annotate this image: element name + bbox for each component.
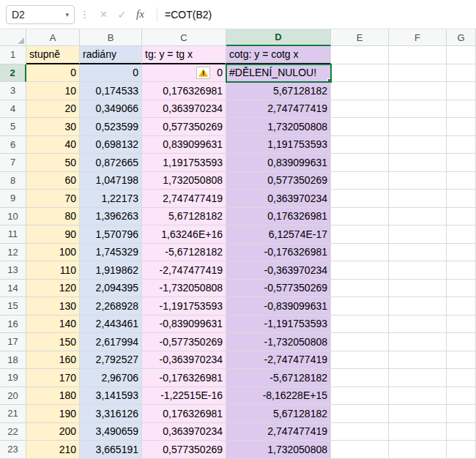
cancel-icon[interactable]: × bbox=[94, 7, 113, 22]
cell-C16[interactable]: -0,839099631 bbox=[142, 316, 226, 334]
cell-F1[interactable] bbox=[389, 46, 447, 64]
cell-C3[interactable]: 0,176326981 bbox=[142, 82, 226, 100]
cell-B7[interactable]: 0,872665 bbox=[80, 154, 142, 172]
row-header-22[interactable]: 22 bbox=[0, 423, 26, 441]
column-header-E[interactable]: E bbox=[331, 29, 389, 46]
cell-B2[interactable]: 0 bbox=[80, 64, 142, 83]
cell-E18[interactable] bbox=[331, 351, 389, 370]
row-header-19[interactable]: 19 bbox=[0, 369, 26, 387]
select-all-corner[interactable] bbox=[0, 29, 26, 46]
cell-D16[interactable]: -1,191753593 bbox=[226, 316, 331, 334]
row-header-8[interactable]: 8 bbox=[0, 172, 26, 190]
cell-A17[interactable]: 150 bbox=[26, 333, 80, 351]
cell-A14[interactable]: 120 bbox=[26, 280, 80, 298]
row-header-23[interactable]: 23 bbox=[0, 441, 26, 459]
cell-E3[interactable] bbox=[331, 82, 389, 100]
cell-F11[interactable] bbox=[389, 225, 447, 244]
cell-E17[interactable] bbox=[331, 333, 389, 351]
cell-F10[interactable] bbox=[389, 208, 447, 226]
cell-E20[interactable] bbox=[331, 387, 389, 406]
cell-E13[interactable] bbox=[331, 261, 389, 280]
cell-A2[interactable]: 0 bbox=[26, 64, 80, 83]
cell-A11[interactable]: 90 bbox=[26, 225, 80, 244]
cell-E1[interactable] bbox=[331, 46, 389, 64]
cell-A4[interactable]: 20 bbox=[26, 100, 80, 119]
cell-E9[interactable] bbox=[331, 190, 389, 208]
row-header-5[interactable]: 5 bbox=[0, 118, 26, 136]
cell-F15[interactable] bbox=[389, 297, 447, 316]
cell-E15[interactable] bbox=[331, 297, 389, 316]
cell-E2[interactable] bbox=[331, 64, 389, 83]
cell-A13[interactable]: 110 bbox=[26, 261, 80, 280]
row-header-12[interactable]: 12 bbox=[0, 244, 26, 262]
cell-C22[interactable]: 0,363970234 bbox=[142, 423, 226, 441]
cell-D17[interactable]: -1,732050808 bbox=[226, 333, 331, 351]
cell-F23[interactable] bbox=[389, 441, 447, 459]
cell-B21[interactable]: 3,316126 bbox=[80, 405, 142, 423]
cell-D10[interactable]: 0,176326981 bbox=[226, 208, 331, 226]
cell-C14[interactable]: -1,732050808 bbox=[142, 280, 226, 298]
cell-C19[interactable]: -0,176326981 bbox=[142, 369, 226, 387]
cell-C12[interactable]: -5,67128182 bbox=[142, 244, 226, 262]
cell-G21[interactable] bbox=[447, 405, 476, 423]
cell-D5[interactable]: 1,732050808 bbox=[226, 118, 331, 136]
error-warning-icon[interactable]: ! bbox=[196, 67, 210, 79]
cell-A9[interactable]: 70 bbox=[26, 190, 80, 208]
insert-function-icon[interactable]: fx bbox=[131, 8, 149, 20]
cell-C7[interactable]: 1,191753593 bbox=[142, 154, 226, 172]
cell-G18[interactable] bbox=[447, 351, 476, 370]
cell-F19[interactable] bbox=[389, 369, 447, 387]
cell-D19[interactable]: -5,67128182 bbox=[226, 369, 331, 387]
cell-G20[interactable] bbox=[447, 387, 476, 406]
cell-C5[interactable]: 0,577350269 bbox=[142, 118, 226, 136]
cell-G15[interactable] bbox=[447, 297, 476, 316]
cell-G1[interactable] bbox=[447, 46, 476, 64]
cell-F3[interactable] bbox=[389, 82, 447, 100]
cell-D1[interactable]: cotg: y = cotg x bbox=[226, 46, 331, 64]
cell-E22[interactable] bbox=[331, 423, 389, 441]
formula-bar-splitter-icon[interactable]: ⋮ bbox=[80, 9, 89, 20]
cell-D4[interactable]: 2,747477419 bbox=[226, 100, 331, 119]
formula-input[interactable]: =COT(B2) bbox=[165, 9, 212, 20]
cell-B18[interactable]: 2,792527 bbox=[80, 351, 142, 370]
cell-E16[interactable] bbox=[331, 316, 389, 334]
cell-F16[interactable] bbox=[389, 316, 447, 334]
row-header-6[interactable]: 6 bbox=[0, 136, 26, 154]
cell-B19[interactable]: 2,96706 bbox=[80, 369, 142, 387]
cell-G13[interactable] bbox=[447, 261, 476, 280]
row-header-11[interactable]: 11 bbox=[0, 225, 26, 244]
cell-F9[interactable] bbox=[389, 190, 447, 208]
row-header-15[interactable]: 15 bbox=[0, 297, 26, 316]
cell-A16[interactable]: 140 bbox=[26, 316, 80, 334]
column-header-D[interactable]: D bbox=[226, 29, 331, 46]
cell-A1[interactable]: stupně bbox=[26, 46, 80, 64]
cell-F7[interactable] bbox=[389, 154, 447, 172]
cell-F17[interactable] bbox=[389, 333, 447, 351]
cell-B17[interactable]: 2,617994 bbox=[80, 333, 142, 351]
cell-G4[interactable] bbox=[447, 100, 476, 119]
cell-C13[interactable]: -2,747477419 bbox=[142, 261, 226, 280]
column-header-F[interactable]: F bbox=[389, 29, 447, 46]
cell-B11[interactable]: 1,570796 bbox=[80, 225, 142, 244]
cell-C4[interactable]: 0,363970234 bbox=[142, 100, 226, 119]
cell-B16[interactable]: 2,443461 bbox=[80, 316, 142, 334]
cell-C6[interactable]: 0,839099631 bbox=[142, 136, 226, 154]
cell-G8[interactable] bbox=[447, 172, 476, 190]
row-header-16[interactable]: 16 bbox=[0, 316, 26, 334]
cell-F14[interactable] bbox=[389, 280, 447, 298]
cell-F6[interactable] bbox=[389, 136, 447, 154]
cell-G19[interactable] bbox=[447, 369, 476, 387]
cell-B20[interactable]: 3,141593 bbox=[80, 387, 142, 406]
row-header-20[interactable]: 20 bbox=[0, 387, 26, 406]
cell-C18[interactable]: -0,363970234 bbox=[142, 351, 226, 370]
cell-G23[interactable] bbox=[447, 441, 476, 459]
cell-C17[interactable]: -0,577350269 bbox=[142, 333, 226, 351]
cell-B1[interactable]: radiány bbox=[80, 46, 142, 64]
cell-G10[interactable] bbox=[447, 208, 476, 226]
row-header-7[interactable]: 7 bbox=[0, 154, 26, 172]
cell-D7[interactable]: 0,839099631 bbox=[226, 154, 331, 172]
column-header-B[interactable]: B bbox=[80, 29, 142, 46]
cell-G9[interactable] bbox=[447, 190, 476, 208]
cell-B22[interactable]: 3,490659 bbox=[80, 423, 142, 441]
chevron-down-icon[interactable]: ▾ bbox=[65, 11, 69, 18]
